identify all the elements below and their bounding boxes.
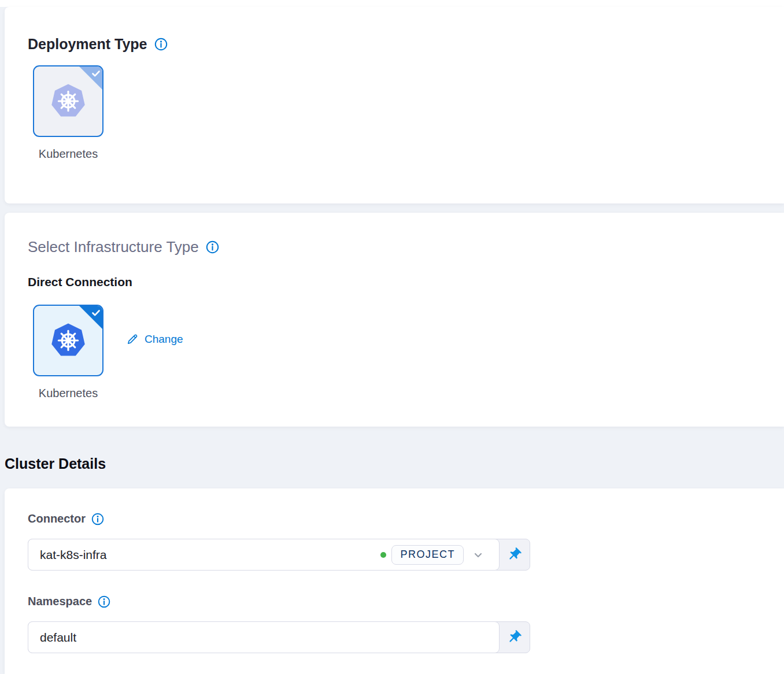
connector-value: kat-k8s-infra: [40, 548, 380, 562]
deployment-setup-page: Deployment Type Kubernetes Select Infras…: [0, 0, 784, 674]
info-icon[interactable]: [154, 38, 168, 51]
namespace-value: default: [40, 631, 485, 645]
namespace-label-row: Namespace: [28, 595, 110, 608]
pin-icon: [506, 629, 522, 645]
infrastructure-tile-label: Kubernetes: [10, 387, 126, 400]
connector-label-row: Connector: [28, 512, 104, 525]
direct-connection-label: Direct Connection: [28, 275, 132, 289]
connector-input-group: kat-k8s-infra PROJECT: [28, 539, 530, 571]
change-label: Change: [145, 333, 183, 346]
deployment-type-card: Deployment Type: [5, 7, 784, 203]
namespace-label: Namespace: [28, 595, 92, 608]
chevron-down-icon[interactable]: [471, 548, 485, 562]
kubernetes-logo-icon: [49, 83, 87, 120]
deployment-type-title: Deployment Type: [28, 36, 168, 53]
edit-pencil-icon: [126, 333, 139, 346]
deployment-type-tile-label: Kubernetes: [10, 147, 126, 161]
kubernetes-logo-icon: [49, 322, 87, 359]
scope-badge: PROJECT: [391, 545, 464, 565]
info-icon[interactable]: [206, 240, 219, 254]
checkmark-icon: [91, 68, 101, 79]
namespace-input-field[interactable]: default: [28, 621, 500, 653]
checkmark-icon: [91, 308, 101, 318]
connector-status-dot: [380, 552, 386, 558]
infrastructure-title: Select Infrastructure Type: [28, 238, 219, 256]
change-infrastructure-button[interactable]: Change: [126, 333, 183, 346]
infrastructure-kubernetes-tile[interactable]: [33, 305, 103, 376]
deployment-type-kubernetes-tile[interactable]: [33, 65, 103, 137]
cluster-details-heading: Cluster Details: [5, 455, 106, 472]
info-icon[interactable]: [91, 513, 104, 525]
namespace-input-group: default: [28, 621, 530, 653]
pin-icon: [506, 547, 522, 562]
connector-pin-button[interactable]: [499, 539, 530, 570]
deployment-type-title-text: Deployment Type: [28, 36, 147, 53]
infrastructure-title-text: Select Infrastructure Type: [28, 238, 199, 256]
connector-select-field[interactable]: kat-k8s-infra PROJECT: [28, 539, 500, 571]
info-icon[interactable]: [98, 595, 110, 608]
top-divider: [0, 0, 784, 7]
namespace-pin-button[interactable]: [499, 622, 530, 653]
connector-label: Connector: [28, 512, 86, 525]
